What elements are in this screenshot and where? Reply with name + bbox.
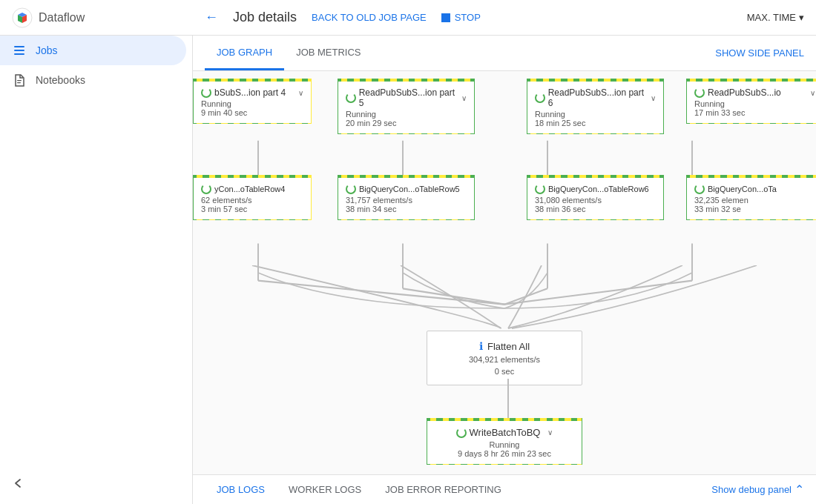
node-bq-row7[interactable]: BigQueryCon...oTa 32,235 elemen 33 min 3… — [686, 175, 816, 220]
back-to-old-button[interactable]: BACK TO OLD JOB PAGE — [312, 12, 427, 23]
bottom-tabs-bar: JOB LOGS WORKER LOGS JOB ERROR REPORTING… — [193, 474, 816, 504]
node-write-batch[interactable]: WriteBatchToBQ ∨ Running 9 days 8 hr 26 … — [427, 418, 582, 465]
sidebar: Jobs Notebooks — [0, 36, 193, 504]
max-time-chevron-icon: ▾ — [799, 12, 804, 23]
node-read-part7[interactable]: ReadPubSubS...io ∨ Running 17 min 33 sec — [686, 79, 816, 124]
stop-icon — [441, 13, 450, 22]
chevron-icon: ∨ — [651, 94, 656, 102]
node-status: Running — [201, 99, 303, 108]
running-icon — [694, 184, 705, 194]
flatten-write-connector — [490, 379, 527, 423]
node-time: 3 min 57 sec — [201, 205, 303, 213]
tab-job-graph[interactable]: JOB GRAPH — [205, 36, 284, 70]
sidebar-item-jobs[interactable]: Jobs — [0, 36, 186, 65]
show-debug-panel-button[interactable]: Show debug panel ⌃ — [711, 483, 804, 497]
node-stats: 31,757 elements/s — [346, 196, 467, 205]
write-chevron-icon: ∨ — [547, 428, 553, 437]
brand: Dataflow — [12, 7, 205, 28]
node-read-part5[interactable]: ReadPubSubS...ion part 5 ∨ Running 20 mi… — [338, 79, 475, 134]
running-icon — [456, 428, 467, 438]
node-title-text: BigQueryCon...oTableRow5 — [359, 185, 460, 193]
svg-rect-2 — [14, 50, 24, 51]
node-read-part6[interactable]: ReadPubSubS...ion part 6 ∨ Running 18 mi… — [527, 79, 664, 134]
node-title-text: BigQueryCon...oTa — [708, 185, 777, 193]
main-layout: Jobs Notebooks JO — [0, 36, 816, 504]
doc-icon — [12, 73, 27, 87]
graph-area: bSubS...ion part 4 ∨ Running 9 min 40 se… — [193, 71, 816, 474]
debug-panel-label: Show debug panel — [711, 484, 792, 495]
node-bq-row6[interactable]: BigQueryCon...oTableRow6 31,080 elements… — [527, 175, 664, 220]
graph-canvas: bSubS...ion part 4 ∨ Running 9 min 40 se… — [193, 71, 816, 474]
max-time-dropdown[interactable]: MAX. TIME ▾ — [747, 12, 804, 23]
node-title-text: yCon...oTableRow4 — [214, 185, 285, 193]
svg-rect-5 — [17, 82, 21, 83]
info-icon: ℹ — [479, 340, 483, 352]
max-time-label: MAX. TIME — [747, 12, 796, 23]
show-side-panel-button[interactable]: SHOW SIDE PANEL — [715, 47, 804, 59]
tab-worker-logs[interactable]: WORKER LOGS — [277, 475, 373, 504]
chevron-icon: ∨ — [298, 89, 303, 97]
running-icon — [535, 93, 545, 103]
tabs-bar: JOB GRAPH JOB METRICS SHOW SIDE PANEL — [193, 36, 816, 71]
node-flatten-all[interactable]: ℹ Flatten All 304,921 elements/s 0 sec — [427, 331, 582, 385]
node-title-text: bSubS...ion part 4 — [214, 87, 286, 98]
brand-logo-icon — [12, 7, 33, 28]
stop-label: STOP — [455, 12, 481, 23]
node-stats: 32,235 elemen — [694, 196, 815, 205]
tab-job-logs[interactable]: JOB LOGS — [205, 475, 277, 504]
flatten-title-text: Flatten All — [487, 341, 530, 352]
write-title-text: WriteBatchToBQ — [470, 427, 541, 438]
node-status: Running — [346, 110, 467, 119]
running-icon — [201, 87, 211, 98]
top-actions: ← Job details BACK TO OLD JOB PAGE STOP … — [205, 10, 804, 25]
convergence-area — [193, 265, 816, 332]
running-icon — [694, 87, 705, 98]
stop-button[interactable]: STOP — [441, 12, 481, 23]
node-bq-row4[interactable]: yCon...oTableRow4 62 elements/s 3 min 57… — [193, 175, 312, 220]
node-title-text: ReadPubSubS...io — [708, 87, 781, 98]
page-title: Job details — [233, 10, 297, 25]
node-time: 38 min 34 sec — [346, 205, 467, 213]
sidebar-notebooks-label: Notebooks — [36, 74, 85, 86]
flatten-stats: 304,921 elements/s — [439, 355, 570, 364]
running-icon — [346, 184, 356, 194]
node-stats: 31,080 elements/s — [535, 196, 656, 205]
chevron-icon: ∨ — [461, 94, 467, 102]
running-icon — [535, 184, 545, 194]
node-status: Running — [535, 110, 656, 119]
node-time: 18 min 25 sec — [535, 119, 656, 127]
back-arrow-icon[interactable]: ← — [205, 10, 218, 25]
node-time: 33 min 32 se — [694, 205, 815, 213]
svg-rect-4 — [17, 80, 22, 81]
node-bq-row5[interactable]: BigQueryCon...oTableRow5 31,757 elements… — [338, 175, 475, 220]
node-title-text: ReadPubSubS...ion part 5 — [359, 87, 458, 108]
tab-job-error-reporting[interactable]: JOB ERROR REPORTING — [373, 475, 513, 504]
top-navigation: Dataflow ← Job details BACK TO OLD JOB P… — [0, 0, 816, 36]
node-status: Running — [694, 99, 815, 108]
list-icon — [12, 43, 27, 58]
write-status: Running — [436, 440, 573, 449]
chevron-icon: ∨ — [810, 89, 815, 97]
chevron-up-icon: ⌃ — [794, 483, 804, 497]
sidebar-item-notebooks[interactable]: Notebooks — [0, 65, 192, 95]
running-icon — [346, 93, 356, 103]
node-time: 20 min 29 sec — [346, 119, 467, 127]
brand-name: Dataflow — [39, 11, 85, 24]
node-stats: 62 elements/s — [201, 196, 303, 205]
svg-rect-1 — [14, 46, 24, 47]
sidebar-jobs-label: Jobs — [36, 44, 58, 56]
svg-rect-3 — [14, 53, 24, 55]
node-title-text: BigQueryCon...oTableRow6 — [548, 185, 649, 193]
content-area: JOB GRAPH JOB METRICS SHOW SIDE PANEL — [193, 36, 816, 504]
node-read-part4[interactable]: bSubS...ion part 4 ∨ Running 9 min 40 se… — [193, 79, 312, 124]
write-time: 9 days 8 hr 26 min 23 sec — [436, 449, 573, 458]
node-time: 9 min 40 sec — [201, 108, 303, 117]
node-title-text: ReadPubSubS...ion part 6 — [548, 87, 648, 108]
running-icon — [201, 184, 211, 194]
node-time: 17 min 33 sec — [694, 108, 815, 117]
tab-job-metrics[interactable]: JOB METRICS — [284, 36, 372, 70]
node-time: 38 min 36 sec — [535, 205, 656, 213]
collapse-sidebar-button[interactable] — [12, 477, 25, 492]
flatten-time: 0 sec — [439, 367, 570, 376]
